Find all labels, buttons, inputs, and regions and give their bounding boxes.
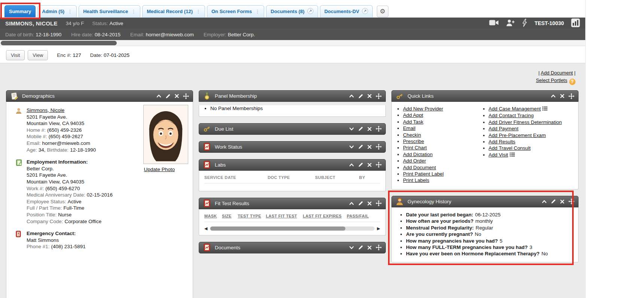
tab-on-screen-forms[interactable]: On Screen Forms ⋮ xyxy=(207,5,264,17)
due-list-header[interactable]: Due List xyxy=(199,123,386,135)
edit-icon[interactable] xyxy=(358,162,363,167)
documents-header[interactable]: Documents xyxy=(199,242,386,253)
quick-link[interactable]: Add Order xyxy=(403,158,426,164)
collapse-icon[interactable] xyxy=(550,93,556,99)
column-header[interactable]: SERVICE DATE xyxy=(204,175,268,180)
view-button[interactable]: View xyxy=(28,50,48,60)
scroll-left-icon[interactable]: ◀ xyxy=(204,226,207,231)
tab-admin[interactable]: Admin (5) ⋮ xyxy=(37,5,77,17)
header-scrollbar-thumb[interactable] xyxy=(1,41,117,45)
column-header[interactable]: MASK xyxy=(204,214,222,218)
close-icon[interactable] xyxy=(367,127,372,131)
help-icon[interactable]: ? xyxy=(569,79,576,85)
tab-settings-button[interactable]: ⚙ xyxy=(377,6,388,17)
quick-link[interactable]: Add Pre-Placement Exam xyxy=(489,133,546,138)
close-icon[interactable] xyxy=(367,201,372,206)
column-header[interactable]: LAST FIT EXPIRES xyxy=(303,214,347,218)
close-icon[interactable] xyxy=(174,94,179,98)
quick-link[interactable]: Add Results xyxy=(489,139,516,145)
edit-icon[interactable] xyxy=(358,201,363,206)
expand-icon[interactable] xyxy=(349,126,354,132)
scrollbar-track[interactable] xyxy=(210,226,374,231)
select-portlets-link[interactable]: Select Portlets xyxy=(536,77,567,83)
open-external-icon[interactable] xyxy=(307,8,314,15)
expand-icon[interactable] xyxy=(349,245,354,250)
column-header[interactable]: SUBJECT xyxy=(315,175,359,180)
quick-link[interactable]: Add Document xyxy=(403,165,436,170)
move-icon[interactable] xyxy=(376,93,382,99)
edit-icon[interactable] xyxy=(358,144,363,149)
column-header[interactable]: PASS/FAIL xyxy=(347,214,370,218)
collapse-icon[interactable] xyxy=(349,93,354,99)
quick-link[interactable]: Add Driver Fitness Determination xyxy=(489,119,562,125)
edit-icon[interactable] xyxy=(358,126,363,131)
quick-link[interactable]: Print Patient Label xyxy=(403,171,444,177)
close-icon[interactable] xyxy=(367,145,372,149)
quick-link[interactable]: Add Appt xyxy=(403,112,423,118)
grid-list-icon[interactable] xyxy=(510,152,515,158)
move-icon[interactable] xyxy=(568,93,574,99)
close-icon[interactable] xyxy=(367,245,372,250)
panel-membership-header[interactable]: Panel Membership xyxy=(199,90,386,102)
quick-link[interactable]: Add New Provider xyxy=(403,106,443,112)
move-icon[interactable] xyxy=(376,126,382,132)
tab-health-surveillance[interactable]: Health Surveillance ⋮ xyxy=(79,5,140,17)
column-header[interactable]: LAST FIT TEST xyxy=(266,214,303,218)
add-document-link[interactable]: Add Document xyxy=(541,70,573,76)
quick-links-header[interactable]: Quick Links xyxy=(391,90,579,102)
move-icon[interactable] xyxy=(376,244,382,250)
visit-button[interactable]: Visit xyxy=(6,50,25,60)
quick-link[interactable]: Add Travel Consult xyxy=(489,145,531,151)
column-header[interactable]: SIZE xyxy=(222,214,238,218)
move-icon[interactable] xyxy=(376,144,382,150)
column-header[interactable]: BY xyxy=(359,175,380,180)
header-scrollbar-track[interactable] xyxy=(0,40,585,46)
close-icon[interactable] xyxy=(560,94,565,98)
edit-icon[interactable] xyxy=(358,245,363,250)
quick-link[interactable]: Add Dictation xyxy=(403,152,433,157)
tab-medical-record[interactable]: Medical Record (12) ⋮ xyxy=(142,5,205,17)
close-icon[interactable] xyxy=(560,199,565,204)
column-header[interactable]: DOC TYPE xyxy=(268,175,315,180)
edit-icon[interactable] xyxy=(358,94,363,99)
scroll-right-icon[interactable]: ▶ xyxy=(377,226,380,231)
quick-link[interactable]: Prescribe xyxy=(403,139,424,144)
tab-documents-dv[interactable]: Documents-DV xyxy=(320,5,373,17)
collapse-icon[interactable] xyxy=(541,199,547,204)
demographics-header[interactable]: Demographics xyxy=(6,90,193,102)
collapse-icon[interactable] xyxy=(349,201,354,206)
add-user-icon[interactable] xyxy=(506,19,515,28)
move-icon[interactable] xyxy=(376,162,382,168)
open-external-icon[interactable] xyxy=(362,8,368,15)
gynecology-history-header[interactable]: Gynecology History xyxy=(391,196,579,207)
move-icon[interactable] xyxy=(376,200,382,206)
quick-link[interactable]: Add Case Management xyxy=(489,106,541,112)
edit-icon[interactable] xyxy=(165,94,171,99)
tab-summary[interactable]: Summary xyxy=(4,5,36,17)
fit-test-results-header[interactable]: Fit Test Results xyxy=(199,198,386,209)
work-status-header[interactable]: Work Status xyxy=(199,141,386,153)
column-header[interactable]: TEST TYPE xyxy=(238,214,266,218)
quick-link[interactable]: Print Chart xyxy=(403,145,427,150)
close-icon[interactable] xyxy=(367,162,372,167)
labs-header[interactable]: Labs xyxy=(199,159,386,171)
lightning-bolt-icon[interactable] xyxy=(522,19,527,28)
scrollbar-thumb[interactable] xyxy=(210,226,345,231)
collapse-icon[interactable] xyxy=(156,93,162,99)
video-camera-icon[interactable] xyxy=(489,19,499,27)
quick-link[interactable]: Add Contact Tracing xyxy=(489,113,534,118)
patient-name-link[interactable]: Simmons, Nicole xyxy=(27,107,64,113)
quick-link[interactable]: Email xyxy=(403,125,415,131)
quick-link[interactable]: Checkin xyxy=(403,132,421,138)
tab-documents[interactable]: Documents (8) xyxy=(266,5,318,17)
grid-list-icon[interactable] xyxy=(542,106,547,112)
edit-icon[interactable] xyxy=(551,199,556,204)
bar-chart-icon[interactable] xyxy=(571,18,580,28)
move-icon[interactable] xyxy=(183,93,189,99)
quick-link[interactable]: Add Task xyxy=(403,119,423,125)
close-icon[interactable] xyxy=(367,94,372,98)
collapse-icon[interactable] xyxy=(349,162,354,168)
quick-link[interactable]: Add Visit xyxy=(489,152,508,158)
expand-icon[interactable] xyxy=(349,144,354,150)
move-icon[interactable] xyxy=(568,198,574,204)
